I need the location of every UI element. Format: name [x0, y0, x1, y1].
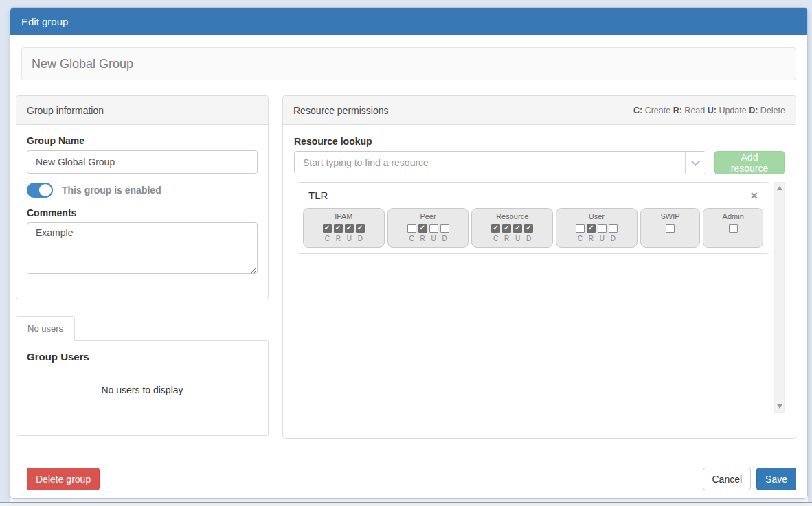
crud-letter: R: [587, 235, 596, 242]
group-information-heading: Group information: [16, 96, 268, 125]
resource-permissions-panel: Resource permissions C: Create R: Read U…: [282, 95, 796, 439]
crud-letter: C: [407, 235, 416, 242]
page-bottom-divider: [0, 502, 812, 506]
save-button[interactable]: Save: [756, 468, 796, 490]
resource-lookup-dropdown-button[interactable]: [685, 152, 706, 174]
cancel-button[interactable]: Cancel: [703, 468, 751, 490]
perm-checkbox-admin-enabled[interactable]: [729, 224, 738, 233]
crud-letter: C: [491, 235, 500, 242]
perm-checkbox-ipam-c[interactable]: [323, 224, 332, 233]
crud-letter: R: [418, 235, 427, 242]
crud-letter: U: [513, 235, 522, 242]
right-column: Resource permissions C: Create R: Read U…: [282, 95, 796, 439]
resource-name: TLR: [308, 189, 328, 201]
perm-group-label: Peer: [390, 212, 466, 220]
scroll-down-icon[interactable]: [777, 404, 782, 409]
perm-checkbox-ipam-u[interactable]: [345, 224, 354, 233]
perm-checkbox-resource-d[interactable]: [524, 224, 533, 233]
tab-no-users[interactable]: No users: [16, 316, 75, 341]
perm-group-ipam: IPAMCRUD: [303, 208, 385, 248]
chevron-down-icon: [691, 157, 700, 166]
resource-permissions-title: Resource permissions: [293, 105, 389, 116]
perm-checkbox-user-u[interactable]: [598, 224, 607, 233]
crud-letter: D: [524, 235, 533, 242]
scroll-up-icon[interactable]: [777, 186, 782, 190]
perm-checkbox-user-d[interactable]: [609, 224, 618, 233]
perm-group-resource: ResourceCRUD: [471, 208, 553, 248]
edit-group-modal: Edit group New Global Group Group inform…: [10, 7, 808, 499]
group-title-display: New Global Group: [21, 47, 796, 80]
perm-group-label: Admin: [706, 212, 760, 220]
perm-checkbox-user-c[interactable]: [576, 224, 585, 233]
resource-lookup-combobox: [294, 151, 706, 174]
add-resource-button[interactable]: Add resource: [714, 151, 785, 174]
legend-key: R:: [673, 106, 682, 115]
modal-footer: Delete group Cancel Save: [10, 457, 807, 498]
perm-checkbox-resource-c[interactable]: [491, 224, 500, 233]
left-column: Group information Group Name This group …: [16, 95, 269, 439]
perm-group-admin: Admin: [703, 208, 763, 248]
resource-lookup-label: Resource lookup: [294, 136, 785, 147]
group-information-panel: Group information Group Name This group …: [16, 95, 269, 299]
perm-group-label: IPAM: [306, 212, 382, 220]
crud-letter: U: [429, 235, 438, 242]
no-users-message: No users to display: [27, 384, 258, 395]
perm-checkbox-peer-c[interactable]: [407, 224, 416, 233]
perm-checkbox-user-r[interactable]: [587, 224, 596, 233]
group-information-title: Group information: [27, 105, 104, 116]
crud-letter: U: [598, 235, 607, 242]
perm-checkbox-swip-enabled[interactable]: [666, 224, 675, 233]
resource-lookup-input[interactable]: [295, 152, 685, 174]
remove-resource-icon[interactable]: ×: [750, 191, 758, 200]
resource-list: TLR×IPAMCRUDPeerCRUDResourceCRUDUserCRUD…: [294, 182, 769, 254]
crud-letter: R: [502, 235, 511, 242]
comments-label: Comments: [27, 207, 258, 218]
perm-checkbox-resource-r[interactable]: [502, 224, 511, 233]
modal-body: New Global Group Group information Group…: [10, 35, 807, 457]
users-tabs: No users: [16, 316, 269, 340]
group-enabled-label: This group is enabled: [62, 185, 161, 196]
perm-group-peer: PeerCRUD: [387, 208, 469, 248]
crud-letter: D: [609, 235, 618, 242]
comments-textarea[interactable]: Example: [27, 222, 258, 274]
perm-checkbox-peer-r[interactable]: [418, 224, 427, 233]
resource-list-area: TLR×IPAMCRUDPeerCRUDResourceCRUDUserCRUD…: [294, 182, 785, 413]
modal-title: Edit group: [21, 16, 68, 27]
legend-key: C:: [633, 106, 642, 115]
modal-header: Edit group: [10, 8, 807, 35]
crud-letter: U: [345, 235, 354, 242]
group-users-heading: Group Users: [27, 351, 258, 363]
perm-group-label: User: [559, 212, 635, 220]
perm-checkbox-resource-u[interactable]: [513, 224, 522, 233]
group-enabled-toggle[interactable]: [27, 183, 53, 198]
crud-letter: D: [356, 235, 365, 242]
perm-group-swip: SWIP: [640, 208, 701, 248]
crud-letter: C: [323, 235, 332, 242]
perm-checkbox-ipam-d[interactable]: [356, 224, 365, 233]
resource-permissions-heading: Resource permissions C: Create R: Read U…: [283, 96, 796, 125]
group-name-input[interactable]: [27, 150, 258, 174]
crud-letter: D: [440, 235, 449, 242]
toggle-knob: [39, 184, 52, 196]
perm-checkbox-peer-u[interactable]: [429, 224, 438, 233]
perm-group-label: Resource: [474, 212, 550, 220]
resource-card-tlr: TLR×IPAMCRUDPeerCRUDResourceCRUDUserCRUD…: [297, 182, 769, 254]
delete-group-button[interactable]: Delete group: [27, 468, 100, 490]
crud-legend: C: Create R: Read U: Update D: Delete: [633, 106, 785, 115]
perm-group-label: SWIP: [643, 212, 698, 220]
perm-checkbox-ipam-r[interactable]: [334, 224, 343, 233]
perm-group-user: UserCRUD: [556, 208, 638, 248]
crud-letter: R: [334, 235, 343, 242]
legend-key: U:: [708, 106, 717, 115]
group-users-panel: Group Users No users to display: [16, 340, 269, 436]
crud-letter: C: [576, 235, 585, 242]
perm-checkbox-peer-d[interactable]: [440, 224, 449, 233]
group-name-label: Group Name: [27, 135, 258, 146]
resource-list-scrollbar[interactable]: [774, 182, 785, 413]
legend-key: D:: [749, 106, 758, 115]
